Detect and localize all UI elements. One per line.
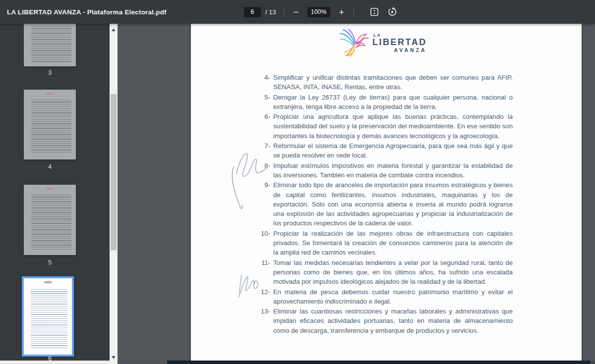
item-number: 13- (258, 307, 270, 335)
toolbar-divider (284, 7, 284, 17)
rotate-icon[interactable] (387, 7, 397, 17)
eagle-logo-icon (338, 28, 370, 58)
sidebar-horizontal-scrollbar[interactable] (0, 361, 110, 364)
page-text-content: 4- Simplificar y unificar distintas tram… (258, 73, 513, 336)
toolbar-controls: 6 / 13 − 100% + (244, 0, 397, 24)
list-item: 5- Derogar la Ley 26737 (Ley de tierras)… (258, 93, 513, 112)
thumbnail-page-3[interactable] (24, 24, 76, 66)
pdf-page-6: LA LIBERTAD AVANZA 4- Simplificar y unif… (191, 24, 582, 361)
list-item: 13- Eliminar las cuantiosas restriccione… (258, 307, 513, 335)
thumbnail-page-4[interactable] (24, 90, 76, 159)
thumbnail-text-lines (31, 195, 71, 250)
item-text: Propiciar la realización de las mejores … (273, 229, 513, 258)
pdf-viewer-toolbar: LA LIBERTAD AVANZA - Plataforma Electora… (0, 0, 595, 24)
thumbnail-label: 4 (24, 163, 76, 170)
thumbnail-text-lines (31, 26, 71, 63)
thumbnail-label: 3 (24, 69, 76, 76)
item-text: En materia de pesca debemos cuidar nuest… (273, 287, 513, 307)
fit-to-page-icon[interactable] (369, 7, 379, 17)
page-total-label: / 13 (265, 8, 276, 16)
logo-wordmark: LA LIBERTAD AVANZA (372, 28, 427, 53)
item-text: Simplificar y unificar distintas tramita… (273, 73, 513, 92)
thumbnail-label: 5 (24, 259, 76, 266)
current-page-input[interactable]: 6 (244, 7, 261, 17)
item-number: 11- (258, 258, 270, 287)
list-item: 10- Propiciar la realización de las mejo… (258, 229, 513, 258)
item-text: Impulsar estímulos impositivos en materi… (273, 161, 513, 180)
item-number: 5- (258, 93, 270, 112)
toolbar-divider (354, 7, 354, 17)
item-number: 9- (258, 180, 270, 228)
logo-libertad-text: LIBERTAD (372, 38, 427, 47)
bottom-strip-dark (167, 361, 590, 364)
item-text: Eliminar todo tipo de aranceles de impor… (273, 180, 513, 228)
list-item: 11- Tomar las medidas necesarias tendien… (258, 258, 513, 287)
scroll-down-arrow-icon[interactable] (112, 356, 116, 359)
pdf-page-viewport[interactable]: LA LIBERTAD AVANZA 4- Simplificar y unif… (118, 24, 595, 361)
mini-logo-icon (44, 281, 52, 283)
item-number: 6- (258, 112, 270, 141)
item-text: Eliminar las cuantiosas restricciones y … (273, 307, 513, 335)
thumbnail-page-6-selected[interactable] (22, 276, 74, 357)
item-number: 10- (258, 229, 270, 258)
bottom-strip-end (590, 361, 595, 364)
document-title: LA LIBERTAD AVANZA - Plataforma Electora… (7, 8, 167, 16)
item-number: 8- (258, 161, 270, 180)
item-number: 7- (258, 141, 270, 160)
thumbnail-text-lines (31, 289, 68, 349)
list-item: 4- Simplificar y unificar distintas tram… (258, 73, 513, 92)
thumbnail-text-lines (31, 100, 71, 154)
item-number: 12- (258, 287, 270, 307)
thumbnail-sidebar: 3 4 5 6 (0, 24, 118, 364)
sidebar-scrollbar[interactable] (110, 24, 118, 364)
list-item: 7- Reformular el sistema de Emergencia A… (258, 141, 513, 160)
zoom-in-icon[interactable]: + (337, 7, 346, 17)
thumbnail-page-5[interactable] (24, 185, 76, 255)
scroll-up-arrow-icon[interactable] (112, 28, 116, 31)
zoom-out-icon[interactable]: − (292, 7, 300, 17)
list-item: 9- Eliminar todo tipo de aranceles de im… (258, 180, 513, 228)
mini-logo-icon (46, 188, 54, 190)
mini-logo-icon (46, 93, 54, 95)
party-logo: LA LIBERTAD AVANZA (338, 28, 427, 58)
item-text: Tomar las medidas necesarias tendientes … (273, 258, 513, 287)
item-text: Derogar la Ley 26737 (Ley de tierras) pa… (273, 93, 513, 112)
item-text: Propiciar una agricultura que aplique la… (273, 112, 513, 141)
logo-avanza-text: AVANZA (372, 47, 427, 53)
zoom-level-field[interactable]: 100% (307, 7, 330, 17)
item-text: Reformular el sistema de Emergencia Agro… (273, 141, 513, 160)
bottom-strip (118, 361, 167, 364)
list-item: 6- Propiciar una agricultura que aplique… (258, 112, 513, 141)
list-item: 8- Impulsar estímulos impositivos en mat… (258, 161, 513, 180)
sidebar-scrollbar-thumb[interactable] (111, 94, 117, 250)
list-item: 12- En materia de pesca debemos cuidar n… (258, 287, 513, 307)
item-number: 4- (258, 73, 270, 92)
